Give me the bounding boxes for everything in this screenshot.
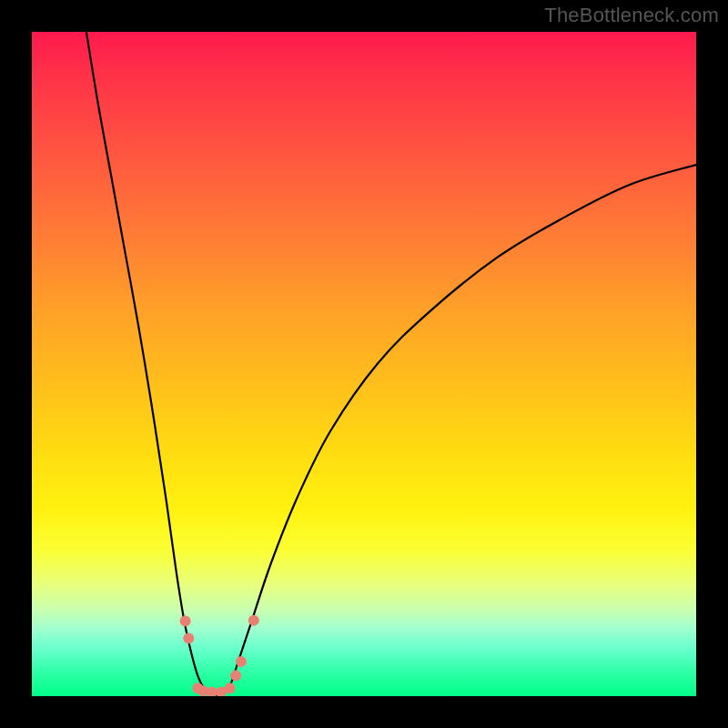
data-marker — [180, 616, 191, 627]
data-marker — [248, 615, 259, 626]
data-marker — [225, 682, 236, 693]
watermark-label: TheBottleneck.com — [544, 4, 719, 27]
data-marker — [183, 632, 194, 643]
plot-area — [32, 32, 696, 696]
left-branch-path — [86, 32, 218, 696]
data-marker — [207, 687, 217, 696]
curve-layer — [32, 32, 696, 696]
data-marker — [230, 670, 241, 681]
data-marker — [236, 656, 247, 667]
chart-frame: TheBottleneck.com — [0, 0, 728, 728]
right-branch-path — [217, 165, 696, 696]
